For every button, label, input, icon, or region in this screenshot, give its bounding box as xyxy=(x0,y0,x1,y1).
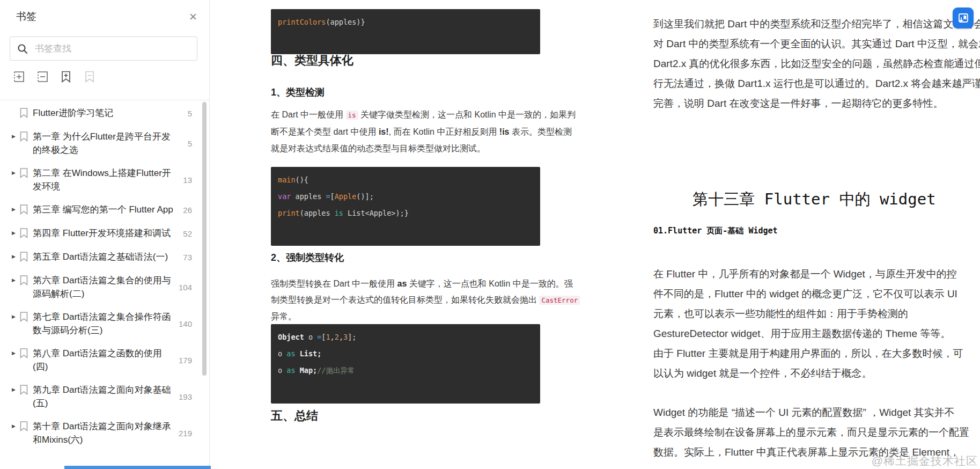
bookmark-icon xyxy=(20,348,28,358)
bookmark-label: 第五章 Dart语法篇之基础语法(一) xyxy=(33,250,174,264)
bookmark-icon xyxy=(20,108,28,118)
code-block-printcolors: printColors(apples)} xyxy=(271,9,540,54)
bookmark-label: 第九章 Dart语法篇之面向对象基础(五) xyxy=(33,383,174,410)
bookmark-page-number: 104 xyxy=(174,283,192,292)
bookmark-icon xyxy=(20,168,28,178)
chevron-right-icon[interactable]: ▶ xyxy=(12,274,20,301)
bookmark-item[interactable]: ▶第十章 Dart语法篇之面向对象继承和Mixins(六)219 xyxy=(12,420,192,446)
chevron-right-icon[interactable]: ▶ xyxy=(12,166,20,193)
paragraph-type-check: 在 Dart 中一般使用 is 关键字做类型检测，这一点和 Kotlin 中是一… xyxy=(271,106,540,157)
bookmark-page-number: 52 xyxy=(174,229,192,238)
bookmark-icon xyxy=(20,252,28,262)
paragraph-dart-summary: 到这里我们就把 Dart 中的类型系统和泛型介绍完毕了，相信这篇文章将会使你对 … xyxy=(653,14,975,113)
watermark: @稀土掘金技术社区 xyxy=(872,453,978,468)
expand-all-icon[interactable] xyxy=(12,70,26,84)
bookmark-item[interactable]: ▶第二章 在Windows上搭建Flutter开发环境13 xyxy=(12,166,192,193)
chapter-subheading: 01.Flutter 页面-基础 Widget xyxy=(653,226,975,236)
toolbar-divider xyxy=(0,100,209,100)
bookmark-item[interactable]: Flutter进阶学习笔记5 xyxy=(12,106,192,120)
bottom-blue-strip xyxy=(64,466,211,469)
pdf-page-left: printColors(apples)} 四、类型具体化 1、类型检测 在 Da… xyxy=(271,0,540,469)
chevron-right-icon[interactable]: ▶ xyxy=(12,383,20,410)
bookmark-item[interactable]: ▶第一章 为什么Flutter是跨平台开发的终极之选5 xyxy=(12,130,192,157)
bookmark-label: 第六章 Dart语法篇之集合的使用与源码解析(二) xyxy=(33,274,174,301)
bookmark-icon xyxy=(20,312,28,322)
bookmark-page-number: 219 xyxy=(174,429,192,438)
chevron-right-icon[interactable]: ▶ xyxy=(12,130,20,157)
bookmark-search[interactable] xyxy=(10,36,197,61)
subheading-type-check: 1、类型检测 xyxy=(271,86,540,99)
bookmark-page-number: 5 xyxy=(174,109,192,118)
paragraph-widget-intro: 在 Flutter 中，几乎所有的对象都是一个 Widget，与原生开发中的控件… xyxy=(653,264,975,383)
bookmark-item[interactable]: ▶第四章 Flutter开发环境搭建和调试52 xyxy=(12,226,192,240)
bookmark-icon xyxy=(20,421,28,431)
chevron-right-icon[interactable]: ▶ xyxy=(12,420,20,446)
bookmark-page-number: 26 xyxy=(174,206,192,215)
search-icon xyxy=(17,43,28,55)
chevron-right-icon[interactable]: ▶ xyxy=(12,226,20,240)
bookmark-item[interactable]: ▶第九章 Dart语法篇之面向对象基础(五)193 xyxy=(12,383,192,410)
bookmark-item[interactable]: ▶第五章 Dart语法篇之基础语法(一)73 xyxy=(12,250,192,264)
bookmarks-panel: 书签 ✕ xyxy=(0,0,210,469)
bookmark-icon xyxy=(20,275,28,285)
bookmark-icon xyxy=(20,228,28,238)
bookmark-page-number: 179 xyxy=(174,356,192,365)
bookmark-page-number: 5 xyxy=(174,139,192,148)
remove-bookmark-icon[interactable] xyxy=(83,70,97,84)
bookmark-label: Flutter进阶学习笔记 xyxy=(33,106,174,120)
code-block-is-check: main(){var apples =[Apple()];print(apple… xyxy=(271,167,540,246)
bookmarks-header: 书签 ✕ xyxy=(16,10,197,24)
subheading-type-cast: 2、强制类型转化 xyxy=(271,251,540,264)
add-bookmark-icon[interactable] xyxy=(59,70,73,84)
bookmark-list: Flutter进阶学习笔记5▶第一章 为什么Flutter是跨平台开发的终极之选… xyxy=(0,105,209,469)
paragraph-type-cast: 强制类型转换在 Dart 中一般使用 as 关键字，这一点也和 Kotlin 中… xyxy=(271,276,540,325)
collapse-all-icon[interactable] xyxy=(35,70,49,84)
section-heading-5: 五、总结 xyxy=(271,408,540,424)
bookmark-icon xyxy=(20,131,28,142)
bookmark-label: 第二章 在Windows上搭建Flutter开发环境 xyxy=(33,166,174,193)
bookmark-label: 第七章 Dart语法篇之集合操作符函数与源码分析(三) xyxy=(33,310,174,337)
pdf-page-right: 到这里我们就把 Dart 中的类型系统和泛型介绍完毕了，相信这篇文章将会使你对 … xyxy=(653,0,975,469)
panel-title: 书签 xyxy=(16,10,36,24)
bookmark-label: 第一章 为什么Flutter是跨平台开发的终极之选 xyxy=(33,130,174,157)
pdf-reader-app: 书签 ✕ xyxy=(0,0,980,469)
bookmark-page-number: 73 xyxy=(174,253,192,262)
chevron-right-icon[interactable]: ▶ xyxy=(12,347,20,373)
chevron-right-icon[interactable]: ▶ xyxy=(12,203,20,217)
bookmark-label: 第八章 Dart语法篇之函数的使用(四) xyxy=(33,347,174,373)
bookmarks-toolbar xyxy=(12,70,97,84)
floating-reader-button[interactable] xyxy=(953,8,974,28)
sidebar-scrollbar[interactable] xyxy=(202,102,207,376)
bookmark-item[interactable]: ▶第七章 Dart语法篇之集合操作符函数与源码分析(三)140 xyxy=(12,310,192,337)
section-heading-4: 四、类型具体化 xyxy=(271,53,540,69)
chapter-title: 第十三章 Flutter 中的 widget xyxy=(653,189,975,210)
bookmark-label: 第十章 Dart语法篇之面向对象继承和Mixins(六) xyxy=(33,420,174,446)
chevron-right-icon[interactable]: ▶ xyxy=(12,250,20,264)
arrow-spacer xyxy=(12,106,20,120)
bookmark-item[interactable]: ▶第三章 编写您的第一个 Flutter App26 xyxy=(12,203,192,217)
bookmark-page-number: 13 xyxy=(174,175,192,185)
bookmark-label: 第三章 编写您的第一个 Flutter App xyxy=(33,203,174,217)
reader-bookmark-icon xyxy=(957,12,970,25)
bookmark-page-number: 193 xyxy=(174,392,192,401)
search-input[interactable] xyxy=(35,43,190,54)
bookmark-icon xyxy=(20,204,28,215)
bookmark-icon xyxy=(20,385,28,395)
bookmark-page-number: 140 xyxy=(174,319,192,328)
bookmark-item[interactable]: ▶第八章 Dart语法篇之函数的使用(四)179 xyxy=(12,347,192,373)
code-block-as-cast: Object o =[1,2,3];o as List;o as Map;//抛… xyxy=(271,324,540,404)
bookmark-label: 第四章 Flutter开发环境搭建和调试 xyxy=(33,226,174,240)
bookmark-item[interactable]: ▶第六章 Dart语法篇之集合的使用与源码解析(二)104 xyxy=(12,274,192,301)
chevron-right-icon[interactable]: ▶ xyxy=(12,310,20,337)
close-icon[interactable]: ✕ xyxy=(189,12,197,22)
